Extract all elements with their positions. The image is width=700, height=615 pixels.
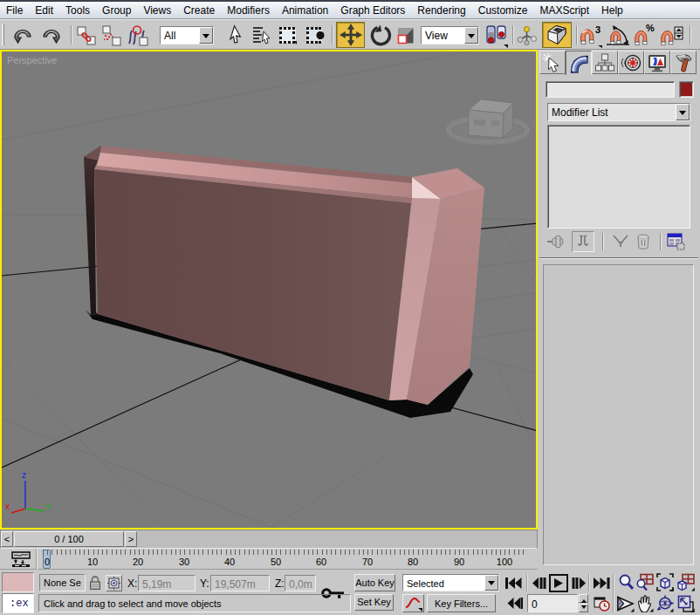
modifier-list-combo[interactable]: Modifier List	[547, 103, 690, 121]
key-mode-toggle-icon[interactable]	[506, 597, 523, 610]
select-and-manipulate-button[interactable]	[517, 23, 538, 48]
menu-rendering[interactable]: Rendering	[411, 3, 471, 18]
menu-create[interactable]: Create	[177, 3, 221, 18]
toolbar-grip[interactable]	[2, 24, 7, 45]
tab-display[interactable]	[644, 51, 670, 74]
z-coordinate-field[interactable]: 0,0m	[285, 575, 316, 591]
selection-filter-combo[interactable]: All	[160, 26, 214, 44]
snaps-toggle-button[interactable]: 3	[579, 23, 603, 48]
use-pivot-point-center-button[interactable]	[485, 23, 508, 48]
viewport-label[interactable]: Perspective	[7, 55, 57, 65]
selection-set-dropdown-arrow[interactable]	[484, 575, 498, 591]
pan-hand-icon[interactable]	[636, 595, 654, 612]
tab-create[interactable]	[539, 51, 566, 74]
absolute-mode-icon	[106, 576, 121, 591]
set-key-button[interactable]: Set Key	[354, 594, 394, 611]
coordinate-system-combo[interactable]: View	[421, 26, 479, 44]
rectangular-selection-region-button[interactable]	[277, 23, 299, 48]
time-slider-prev-button[interactable]: <	[1, 531, 13, 547]
x-coordinate-field[interactable]: 5,19m	[138, 575, 196, 591]
go-to-end-icon[interactable]	[593, 577, 610, 590]
selection-filter-dropdown-arrow[interactable]	[199, 27, 213, 44]
modifier-stack-list[interactable]	[547, 125, 690, 229]
time-slider-next-button[interactable]: >	[125, 531, 137, 547]
selection-filter-value: All	[161, 27, 199, 44]
maxscript-macro-recorder[interactable]	[2, 572, 34, 592]
arc-rotate-icon[interactable]	[656, 595, 674, 612]
menu-tools[interactable]: Tools	[59, 3, 96, 18]
unlink-selection-button[interactable]	[100, 23, 123, 48]
select-by-name-icon	[251, 24, 272, 47]
menu-group[interactable]: Group	[96, 3, 137, 18]
auto-key-button[interactable]: Auto Key	[354, 574, 395, 591]
menu-file[interactable]: File	[0, 3, 29, 18]
menu-maxscript[interactable]: MAXScript	[533, 3, 595, 18]
selection-lock-icon[interactable]	[89, 576, 101, 591]
tab-modify[interactable]	[566, 51, 592, 75]
select-and-rotate-button[interactable]	[369, 23, 392, 48]
percent-snap-toggle-button[interactable]: %	[633, 23, 657, 48]
time-configuration-icon[interactable]	[594, 595, 610, 612]
min-max-toggle-icon[interactable]	[677, 595, 695, 612]
zoom-icon[interactable]	[618, 574, 634, 591]
track-bar[interactable]: 0 10 20 30 40 50 60 70 80 90 100	[0, 549, 538, 570]
angle-snap-toggle-button[interactable]	[606, 23, 630, 48]
make-unique-icon[interactable]	[611, 234, 630, 249]
tab-motion[interactable]	[618, 51, 644, 74]
object-name-field[interactable]	[546, 81, 675, 98]
redo-button[interactable]	[39, 23, 64, 48]
absolute-mode-transform-button[interactable]	[106, 575, 122, 591]
selection-set-combo[interactable]: Selected	[402, 574, 499, 591]
time-slider-thumb[interactable]: 0 / 100	[14, 531, 124, 547]
undo-button[interactable]	[10, 23, 35, 48]
menu-edit[interactable]: Edit	[29, 3, 59, 18]
menu-help[interactable]: Help	[595, 3, 629, 18]
select-by-name-button[interactable]	[250, 23, 273, 48]
nav-separator	[613, 574, 614, 612]
maxscript-mini-listener[interactable]: :ex	[2, 593, 34, 613]
keyboard-shortcut-override-button[interactable]	[542, 22, 572, 48]
next-frame-icon[interactable]	[572, 577, 587, 590]
play-animation-button[interactable]	[549, 574, 568, 592]
rollout-area[interactable]	[543, 264, 694, 565]
go-to-start-icon[interactable]	[504, 577, 522, 590]
y-coordinate-field[interactable]: 19,507m	[210, 575, 270, 591]
menu-graph-editors[interactable]: Graph Editors	[334, 3, 411, 18]
percent-snap-toggle-icon: %	[633, 24, 657, 48]
zoom-extents-all-icon[interactable]	[677, 573, 695, 591]
coordinate-system-dropdown-arrow[interactable]	[464, 27, 478, 44]
key-filters-button[interactable]: Key Filters...	[427, 594, 496, 612]
object-color-swatch[interactable]	[679, 81, 694, 98]
previous-frame-icon[interactable]	[532, 577, 546, 590]
pin-stack-icon[interactable]	[547, 234, 565, 249]
zoom-all-icon[interactable]	[636, 573, 654, 591]
remove-modifier-icon[interactable]	[635, 233, 651, 250]
zoom-extents-icon[interactable]	[656, 573, 674, 591]
current-frame-field[interactable]: 0	[527, 594, 578, 612]
field-of-view-icon[interactable]	[617, 595, 635, 612]
toolbar-separator	[71, 25, 72, 44]
display-tab-icon	[647, 52, 668, 73]
modifier-list-dropdown-arrow[interactable]	[676, 104, 690, 120]
window-crossing-button[interactable]	[304, 23, 326, 48]
select-and-link-button[interactable]	[75, 23, 98, 48]
menu-animation[interactable]: Animation	[276, 3, 334, 18]
bind-to-space-warp-button[interactable]	[126, 23, 150, 48]
configure-modifier-sets-icon[interactable]	[667, 233, 685, 250]
menu-customize[interactable]: Customize	[472, 3, 534, 18]
spinner-snap-toggle-button[interactable]	[660, 23, 684, 48]
select-and-uniform-scale-button[interactable]	[395, 23, 416, 48]
time-slider[interactable]: < 0 / 100 >	[0, 530, 538, 549]
show-end-result-button[interactable]	[572, 231, 594, 252]
menu-modifiers[interactable]: Modifiers	[221, 3, 276, 18]
frame-spinner[interactable]	[579, 594, 588, 612]
status-bar: :ex None Se X: 5,19m Y: 19,507m Z: 0,0m …	[0, 570, 700, 615]
select-and-move-button[interactable]	[336, 22, 365, 48]
open-mini-curve-editor-icon[interactable]	[11, 551, 31, 567]
select-object-button[interactable]	[225, 23, 246, 48]
tab-hierarchy[interactable]	[592, 51, 618, 74]
perspective-viewport[interactable]: Perspective z x y	[0, 50, 538, 530]
tab-utilities[interactable]	[670, 51, 697, 74]
default-in-out-tangents-button[interactable]	[402, 594, 424, 612]
menu-views[interactable]: Views	[137, 3, 177, 18]
